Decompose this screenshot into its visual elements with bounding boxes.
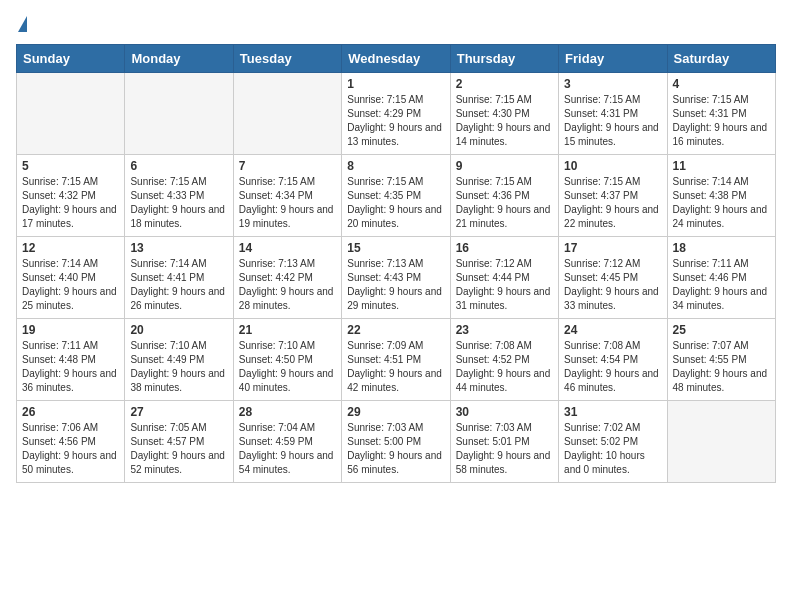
calendar-table: SundayMondayTuesdayWednesdayThursdayFrid… bbox=[16, 44, 776, 483]
day-info: Sunrise: 7:05 AMSunset: 4:57 PMDaylight:… bbox=[130, 421, 227, 477]
day-number: 8 bbox=[347, 159, 444, 173]
calendar-cell: 19Sunrise: 7:11 AMSunset: 4:48 PMDayligh… bbox=[17, 319, 125, 401]
day-number: 27 bbox=[130, 405, 227, 419]
calendar-cell: 8Sunrise: 7:15 AMSunset: 4:35 PMDaylight… bbox=[342, 155, 450, 237]
week-row-1: 1Sunrise: 7:15 AMSunset: 4:29 PMDaylight… bbox=[17, 73, 776, 155]
day-number: 4 bbox=[673, 77, 770, 91]
day-number: 11 bbox=[673, 159, 770, 173]
day-info: Sunrise: 7:15 AMSunset: 4:30 PMDaylight:… bbox=[456, 93, 553, 149]
day-number: 31 bbox=[564, 405, 661, 419]
day-number: 17 bbox=[564, 241, 661, 255]
weekday-header-saturday: Saturday bbox=[667, 45, 775, 73]
day-info: Sunrise: 7:10 AMSunset: 4:50 PMDaylight:… bbox=[239, 339, 336, 395]
day-number: 24 bbox=[564, 323, 661, 337]
day-number: 10 bbox=[564, 159, 661, 173]
day-info: Sunrise: 7:15 AMSunset: 4:37 PMDaylight:… bbox=[564, 175, 661, 231]
day-number: 20 bbox=[130, 323, 227, 337]
day-number: 9 bbox=[456, 159, 553, 173]
calendar-cell bbox=[17, 73, 125, 155]
calendar-cell: 22Sunrise: 7:09 AMSunset: 4:51 PMDayligh… bbox=[342, 319, 450, 401]
day-number: 26 bbox=[22, 405, 119, 419]
day-info: Sunrise: 7:09 AMSunset: 4:51 PMDaylight:… bbox=[347, 339, 444, 395]
day-number: 12 bbox=[22, 241, 119, 255]
day-info: Sunrise: 7:03 AMSunset: 5:01 PMDaylight:… bbox=[456, 421, 553, 477]
day-info: Sunrise: 7:10 AMSunset: 4:49 PMDaylight:… bbox=[130, 339, 227, 395]
day-number: 28 bbox=[239, 405, 336, 419]
day-info: Sunrise: 7:11 AMSunset: 4:48 PMDaylight:… bbox=[22, 339, 119, 395]
calendar-cell: 21Sunrise: 7:10 AMSunset: 4:50 PMDayligh… bbox=[233, 319, 341, 401]
calendar-cell: 30Sunrise: 7:03 AMSunset: 5:01 PMDayligh… bbox=[450, 401, 558, 483]
day-info: Sunrise: 7:08 AMSunset: 4:52 PMDaylight:… bbox=[456, 339, 553, 395]
calendar-cell: 13Sunrise: 7:14 AMSunset: 4:41 PMDayligh… bbox=[125, 237, 233, 319]
week-row-4: 19Sunrise: 7:11 AMSunset: 4:48 PMDayligh… bbox=[17, 319, 776, 401]
calendar-cell bbox=[667, 401, 775, 483]
day-info: Sunrise: 7:15 AMSunset: 4:31 PMDaylight:… bbox=[673, 93, 770, 149]
day-info: Sunrise: 7:12 AMSunset: 4:44 PMDaylight:… bbox=[456, 257, 553, 313]
day-number: 25 bbox=[673, 323, 770, 337]
day-number: 1 bbox=[347, 77, 444, 91]
calendar-cell: 18Sunrise: 7:11 AMSunset: 4:46 PMDayligh… bbox=[667, 237, 775, 319]
calendar-cell: 9Sunrise: 7:15 AMSunset: 4:36 PMDaylight… bbox=[450, 155, 558, 237]
calendar-cell: 6Sunrise: 7:15 AMSunset: 4:33 PMDaylight… bbox=[125, 155, 233, 237]
calendar-cell: 7Sunrise: 7:15 AMSunset: 4:34 PMDaylight… bbox=[233, 155, 341, 237]
page-header bbox=[16, 16, 776, 34]
day-info: Sunrise: 7:15 AMSunset: 4:31 PMDaylight:… bbox=[564, 93, 661, 149]
day-info: Sunrise: 7:11 AMSunset: 4:46 PMDaylight:… bbox=[673, 257, 770, 313]
calendar-cell: 5Sunrise: 7:15 AMSunset: 4:32 PMDaylight… bbox=[17, 155, 125, 237]
day-number: 6 bbox=[130, 159, 227, 173]
logo-triangle-icon bbox=[18, 16, 27, 32]
calendar-cell: 25Sunrise: 7:07 AMSunset: 4:55 PMDayligh… bbox=[667, 319, 775, 401]
weekday-header-friday: Friday bbox=[559, 45, 667, 73]
calendar-cell: 27Sunrise: 7:05 AMSunset: 4:57 PMDayligh… bbox=[125, 401, 233, 483]
day-number: 30 bbox=[456, 405, 553, 419]
day-number: 13 bbox=[130, 241, 227, 255]
day-info: Sunrise: 7:14 AMSunset: 4:41 PMDaylight:… bbox=[130, 257, 227, 313]
day-info: Sunrise: 7:15 AMSunset: 4:34 PMDaylight:… bbox=[239, 175, 336, 231]
day-info: Sunrise: 7:04 AMSunset: 4:59 PMDaylight:… bbox=[239, 421, 336, 477]
day-number: 19 bbox=[22, 323, 119, 337]
day-info: Sunrise: 7:03 AMSunset: 5:00 PMDaylight:… bbox=[347, 421, 444, 477]
day-info: Sunrise: 7:15 AMSunset: 4:36 PMDaylight:… bbox=[456, 175, 553, 231]
day-number: 21 bbox=[239, 323, 336, 337]
day-number: 5 bbox=[22, 159, 119, 173]
day-info: Sunrise: 7:13 AMSunset: 4:42 PMDaylight:… bbox=[239, 257, 336, 313]
logo bbox=[16, 16, 27, 34]
calendar-cell: 23Sunrise: 7:08 AMSunset: 4:52 PMDayligh… bbox=[450, 319, 558, 401]
calendar-cell: 31Sunrise: 7:02 AMSunset: 5:02 PMDayligh… bbox=[559, 401, 667, 483]
calendar-cell: 14Sunrise: 7:13 AMSunset: 4:42 PMDayligh… bbox=[233, 237, 341, 319]
calendar-cell: 16Sunrise: 7:12 AMSunset: 4:44 PMDayligh… bbox=[450, 237, 558, 319]
day-info: Sunrise: 7:06 AMSunset: 4:56 PMDaylight:… bbox=[22, 421, 119, 477]
calendar-cell: 2Sunrise: 7:15 AMSunset: 4:30 PMDaylight… bbox=[450, 73, 558, 155]
day-info: Sunrise: 7:07 AMSunset: 4:55 PMDaylight:… bbox=[673, 339, 770, 395]
day-number: 18 bbox=[673, 241, 770, 255]
calendar-cell: 28Sunrise: 7:04 AMSunset: 4:59 PMDayligh… bbox=[233, 401, 341, 483]
weekday-header-tuesday: Tuesday bbox=[233, 45, 341, 73]
day-info: Sunrise: 7:14 AMSunset: 4:40 PMDaylight:… bbox=[22, 257, 119, 313]
calendar-cell bbox=[125, 73, 233, 155]
day-info: Sunrise: 7:15 AMSunset: 4:33 PMDaylight:… bbox=[130, 175, 227, 231]
weekday-header-thursday: Thursday bbox=[450, 45, 558, 73]
day-info: Sunrise: 7:15 AMSunset: 4:32 PMDaylight:… bbox=[22, 175, 119, 231]
calendar-cell: 29Sunrise: 7:03 AMSunset: 5:00 PMDayligh… bbox=[342, 401, 450, 483]
weekday-header-monday: Monday bbox=[125, 45, 233, 73]
day-number: 14 bbox=[239, 241, 336, 255]
day-info: Sunrise: 7:13 AMSunset: 4:43 PMDaylight:… bbox=[347, 257, 444, 313]
calendar-cell: 17Sunrise: 7:12 AMSunset: 4:45 PMDayligh… bbox=[559, 237, 667, 319]
weekday-header-row: SundayMondayTuesdayWednesdayThursdayFrid… bbox=[17, 45, 776, 73]
week-row-5: 26Sunrise: 7:06 AMSunset: 4:56 PMDayligh… bbox=[17, 401, 776, 483]
day-number: 2 bbox=[456, 77, 553, 91]
calendar-cell: 3Sunrise: 7:15 AMSunset: 4:31 PMDaylight… bbox=[559, 73, 667, 155]
day-number: 23 bbox=[456, 323, 553, 337]
day-info: Sunrise: 7:15 AMSunset: 4:29 PMDaylight:… bbox=[347, 93, 444, 149]
week-row-3: 12Sunrise: 7:14 AMSunset: 4:40 PMDayligh… bbox=[17, 237, 776, 319]
calendar-cell: 15Sunrise: 7:13 AMSunset: 4:43 PMDayligh… bbox=[342, 237, 450, 319]
calendar-cell bbox=[233, 73, 341, 155]
weekday-header-wednesday: Wednesday bbox=[342, 45, 450, 73]
day-number: 22 bbox=[347, 323, 444, 337]
calendar-cell: 20Sunrise: 7:10 AMSunset: 4:49 PMDayligh… bbox=[125, 319, 233, 401]
day-info: Sunrise: 7:15 AMSunset: 4:35 PMDaylight:… bbox=[347, 175, 444, 231]
day-number: 15 bbox=[347, 241, 444, 255]
calendar-cell: 24Sunrise: 7:08 AMSunset: 4:54 PMDayligh… bbox=[559, 319, 667, 401]
day-number: 16 bbox=[456, 241, 553, 255]
calendar-cell: 4Sunrise: 7:15 AMSunset: 4:31 PMDaylight… bbox=[667, 73, 775, 155]
